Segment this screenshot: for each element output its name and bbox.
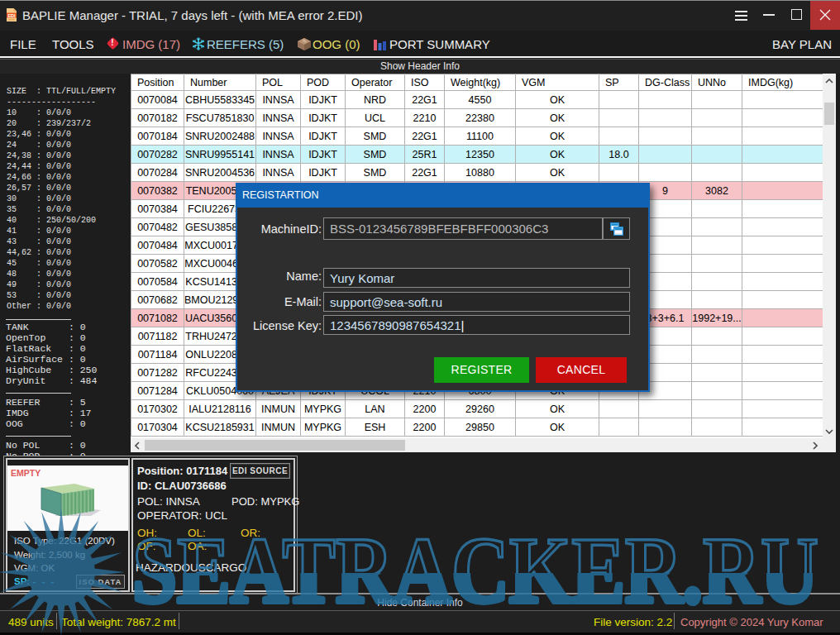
svg-text:EDI: EDI [7, 13, 16, 18]
